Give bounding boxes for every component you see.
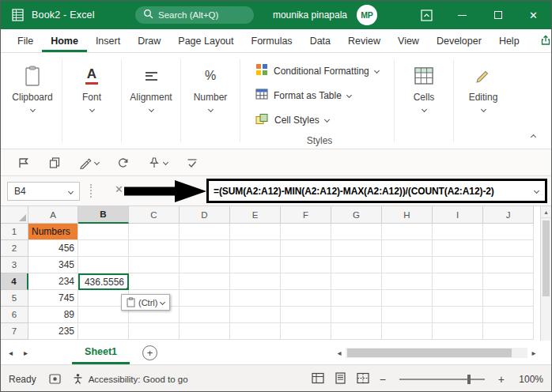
column-header-D[interactable]: D — [180, 206, 230, 224]
cell-H3[interactable] — [382, 257, 433, 273]
maximize-button[interactable] — [480, 1, 516, 29]
account-name[interactable]: mounika pinapala — [273, 9, 347, 21]
row-header-6[interactable]: 6 — [1, 307, 28, 323]
tab-review[interactable]: Review — [339, 29, 389, 52]
cancel-icon[interactable]: ✕ — [115, 183, 123, 195]
cell-E2[interactable] — [230, 240, 281, 257]
cell-H7[interactable] — [382, 323, 433, 340]
cell-A6[interactable]: 89 — [28, 307, 78, 323]
search-input[interactable] — [158, 10, 247, 20]
cell-H6[interactable] — [382, 307, 433, 323]
cell-G2[interactable] — [331, 240, 382, 257]
cell-D3[interactable] — [180, 257, 230, 273]
cell-I1[interactable] — [433, 224, 483, 240]
editing-group-button[interactable]: Editing — [455, 53, 512, 149]
scroll-left-icon[interactable]: ◂ — [333, 341, 346, 364]
cell-J7[interactable] — [483, 323, 534, 340]
row-header-3[interactable]: 3 — [1, 257, 28, 273]
zoom-slider[interactable] — [399, 379, 485, 380]
cell-H5[interactable] — [382, 290, 433, 307]
cell-E3[interactable] — [230, 257, 281, 273]
cell-H2[interactable] — [382, 240, 433, 257]
cell-D7[interactable] — [180, 323, 230, 340]
tab-view[interactable]: View — [389, 29, 428, 52]
cell-E6[interactable] — [230, 307, 281, 323]
avatar[interactable]: MP — [357, 5, 377, 25]
tab-draw[interactable]: Draw — [129, 29, 169, 52]
cell-J6[interactable] — [483, 307, 534, 323]
cell-H4[interactable] — [382, 273, 433, 290]
minimize-button[interactable] — [444, 1, 480, 29]
macro-record-icon[interactable] — [49, 374, 61, 384]
row-header-2[interactable]: 2 — [1, 240, 28, 257]
cell-D4[interactable] — [180, 273, 230, 290]
fill-handle[interactable] — [126, 287, 129, 290]
column-header-E[interactable]: E — [230, 206, 281, 224]
format-as-table-button[interactable]: Format as Table — [255, 83, 384, 107]
cell-I6[interactable] — [433, 307, 483, 323]
cell-I7[interactable] — [433, 323, 483, 340]
cell-A7[interactable]: 235 — [28, 323, 78, 340]
tab-formulas[interactable]: Formulas — [243, 29, 301, 52]
sheet-nav-right-icon[interactable]: ▸ — [24, 349, 28, 357]
column-header-J[interactable]: J — [483, 206, 534, 224]
cell-B2[interactable] — [78, 240, 129, 257]
page-break-view-button[interactable] — [357, 372, 369, 386]
close-button[interactable]: ✕ — [516, 1, 551, 29]
zoom-in-button[interactable]: + — [498, 373, 505, 386]
add-sheet-button[interactable]: + — [142, 345, 157, 360]
cell-I5[interactable] — [433, 290, 483, 307]
cell-H1[interactable] — [382, 224, 433, 240]
cell-G1[interactable] — [331, 224, 382, 240]
cell-F7[interactable] — [281, 323, 331, 340]
row-header-1[interactable]: 1 — [1, 224, 28, 240]
row-header-4[interactable]: 4 — [1, 273, 28, 290]
cell-A5[interactable]: 745 — [28, 290, 78, 307]
zoom-level[interactable]: 100% — [515, 374, 543, 385]
tab-developer[interactable]: Developer — [428, 29, 490, 52]
vertical-scrollbar[interactable]: ▴ — [540, 206, 551, 341]
normal-view-button[interactable] — [312, 372, 324, 386]
number-group-button[interactable]: % Number — [182, 53, 239, 149]
formula-input[interactable]: =(SUM(A2:A12)-MIN(A2:A12)-MAX(A2:A12))/(… — [206, 179, 547, 203]
cell-F3[interactable] — [281, 257, 331, 273]
cell-E5[interactable] — [230, 290, 281, 307]
cell-J5[interactable] — [483, 290, 534, 307]
cell-G6[interactable] — [331, 307, 382, 323]
row-header-7[interactable]: 7 — [1, 323, 28, 340]
sheet-tab-sheet1[interactable]: Sheet1 — [72, 341, 130, 364]
cell-D5[interactable] — [180, 290, 230, 307]
share-button[interactable]: Share — [528, 29, 552, 52]
accessibility-status[interactable]: Accessibility: Good to go — [72, 373, 188, 385]
cell-G3[interactable] — [331, 257, 382, 273]
column-header-H[interactable]: H — [382, 206, 433, 224]
search-box[interactable] — [135, 6, 254, 24]
cell-I4[interactable] — [433, 273, 483, 290]
vertical-scrollbar-thumb[interactable] — [543, 220, 550, 296]
tab-file[interactable]: File — [9, 29, 42, 52]
cell-C7[interactable] — [129, 323, 180, 340]
tab-data[interactable]: Data — [301, 29, 339, 52]
row-header-5[interactable]: 5 — [1, 290, 28, 307]
font-group-button[interactable]: A Font — [63, 53, 120, 149]
sheet-nav-left-icon[interactable]: ◂ — [9, 349, 13, 357]
horizontal-scrollbar-thumb[interactable] — [347, 349, 512, 357]
column-header-I[interactable]: I — [433, 206, 483, 224]
cell-F6[interactable] — [281, 307, 331, 323]
copy-button[interactable] — [44, 156, 65, 169]
tab-insert[interactable]: Insert — [87, 29, 129, 52]
column-header-A[interactable]: A — [28, 206, 78, 224]
undo-button[interactable] — [113, 156, 134, 169]
cell-C3[interactable] — [129, 257, 180, 273]
cell-E1[interactable] — [230, 224, 281, 240]
cell-F4[interactable] — [281, 273, 331, 290]
column-header-C[interactable]: C — [129, 206, 180, 224]
page-layout-view-button[interactable] — [335, 372, 346, 386]
column-header-B[interactable]: B — [78, 206, 129, 224]
cell-I3[interactable] — [433, 257, 483, 273]
cell-I2[interactable] — [433, 240, 483, 257]
cell-J4[interactable] — [483, 273, 534, 290]
cell-J1[interactable] — [483, 224, 534, 240]
cell-G7[interactable] — [331, 323, 382, 340]
horizontal-scrollbar[interactable]: ◂ ▸ — [333, 341, 551, 364]
